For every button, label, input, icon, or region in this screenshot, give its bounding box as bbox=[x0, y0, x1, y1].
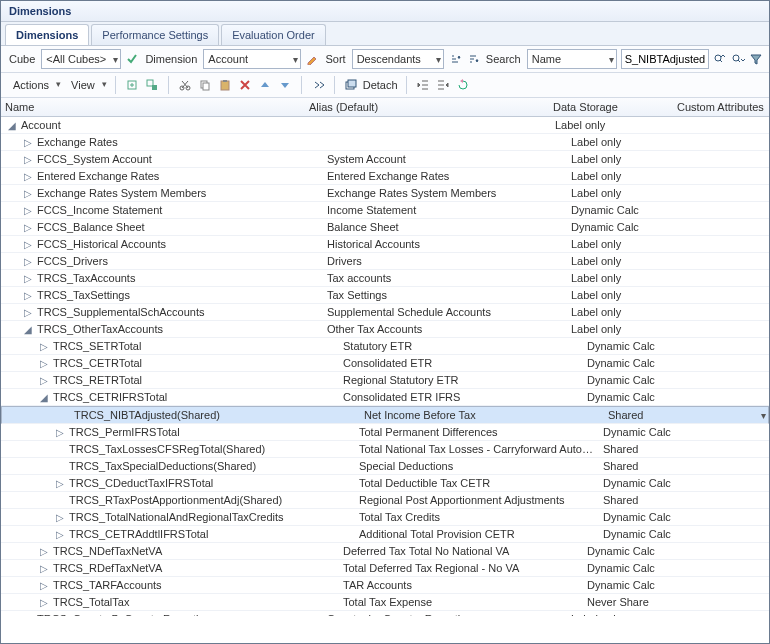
node-name[interactable]: TRCS_TaxSpecialDeductions(Shared) bbox=[69, 460, 256, 472]
tab-performance-settings[interactable]: Performance Settings bbox=[91, 24, 219, 45]
node-name[interactable]: FCCS_Balance Sheet bbox=[37, 221, 145, 233]
expand-toggle-icon[interactable]: ▷ bbox=[23, 256, 33, 267]
add-sibling-icon[interactable] bbox=[124, 77, 140, 93]
node-name[interactable]: TRCS_CETRIFRSTotal bbox=[53, 391, 167, 403]
expand-toggle-icon[interactable]: ▷ bbox=[23, 614, 33, 617]
add-child-icon[interactable] bbox=[144, 77, 160, 93]
filter-icon[interactable] bbox=[749, 51, 763, 67]
node-name[interactable]: TRCS_PermIFRSTotal bbox=[69, 426, 180, 438]
view-menu[interactable]: View bbox=[65, 77, 107, 93]
sort-asc-icon[interactable] bbox=[448, 51, 462, 67]
delete-icon[interactable] bbox=[237, 77, 253, 93]
collapse-toggle-icon[interactable]: ◢ bbox=[23, 324, 33, 335]
tree-row[interactable]: ▷TRCS_TaxSettingsTax SettingsLabel only bbox=[1, 287, 769, 304]
node-name[interactable]: Exchange Rates System Members bbox=[37, 187, 206, 199]
tree-row[interactable]: ▷TRCS_RDefTaxNetVATotal Deferred Tax Reg… bbox=[1, 560, 769, 577]
tree-row[interactable]: ▷TRCS_RETRTotalRegional Statutory ETRDyn… bbox=[1, 372, 769, 389]
tree-row[interactable]: ▷FCCS_Historical AccountsHistorical Acco… bbox=[1, 236, 769, 253]
node-name[interactable]: TRCS_RETRTotal bbox=[53, 374, 142, 386]
tree-row[interactable]: ▷TRCS_TARFAccountsTAR AccountsDynamic Ca… bbox=[1, 577, 769, 594]
dimension-select[interactable]: Account bbox=[203, 49, 301, 69]
tree-row[interactable]: ◢TRCS_OtherTaxAccountsOther Tax Accounts… bbox=[1, 321, 769, 338]
node-name[interactable]: TRCS_OtherTaxAccounts bbox=[37, 323, 163, 335]
node-name[interactable]: FCCS_System Account bbox=[37, 153, 152, 165]
node-name[interactable]: TRCS_TaxSettings bbox=[37, 289, 130, 301]
search-up-icon[interactable] bbox=[713, 51, 727, 67]
expand-toggle-icon[interactable]: ▷ bbox=[39, 358, 49, 369]
node-name[interactable]: TRCS_CDeductTaxIFRSTotal bbox=[69, 477, 213, 489]
tree-row[interactable]: ▷FCCS_System AccountSystem AccountLabel … bbox=[1, 151, 769, 168]
expand-toggle-icon[interactable]: ▷ bbox=[55, 529, 65, 540]
expand-toggle-icon[interactable]: ▷ bbox=[39, 341, 49, 352]
node-name[interactable]: TRCS_CETRAddtlIFRSTotal bbox=[69, 528, 208, 540]
node-name[interactable]: TRCS_CETRTotal bbox=[53, 357, 142, 369]
tree-row[interactable]: ▷Entered Exchange RatesEntered Exchange … bbox=[1, 168, 769, 185]
expand-toggle-icon[interactable]: ▷ bbox=[23, 290, 33, 301]
tab-dimensions[interactable]: Dimensions bbox=[5, 24, 89, 45]
search-field-select[interactable]: Name bbox=[527, 49, 617, 69]
tree-row[interactable]: ▷TRCS_CDeductTaxIFRSTotalTotal Deductibl… bbox=[1, 475, 769, 492]
node-name[interactable]: Exchange Rates bbox=[37, 136, 118, 148]
col-alias[interactable]: Alias (Default) bbox=[305, 101, 549, 113]
detach-icon[interactable] bbox=[343, 77, 359, 93]
copy-icon[interactable] bbox=[197, 77, 213, 93]
col-custom[interactable]: Custom Attributes bbox=[673, 101, 769, 113]
node-name[interactable]: Entered Exchange Rates bbox=[37, 170, 159, 182]
node-name[interactable]: TRCS_RTaxPostApportionmentAdj(Shared) bbox=[69, 494, 282, 506]
cut-icon[interactable] bbox=[177, 77, 193, 93]
node-name[interactable]: FCCS_Drivers bbox=[37, 255, 108, 267]
search-input[interactable] bbox=[621, 49, 709, 69]
node-name[interactable]: TRCS_TaxAccounts bbox=[37, 272, 135, 284]
collapse-icon[interactable] bbox=[257, 77, 273, 93]
expand-toggle-icon[interactable]: ▷ bbox=[39, 375, 49, 386]
expand-toggle-icon[interactable]: ▷ bbox=[55, 427, 65, 438]
tree-row[interactable]: ▷FCCS_DriversDriversLabel only bbox=[1, 253, 769, 270]
tab-evaluation-order[interactable]: Evaluation Order bbox=[221, 24, 326, 45]
expand-toggle-icon[interactable]: ▷ bbox=[39, 580, 49, 591]
search-down-icon[interactable] bbox=[731, 51, 745, 67]
expand-toggle-icon[interactable]: ▷ bbox=[23, 222, 33, 233]
expand-toggle-icon[interactable]: ▷ bbox=[23, 154, 33, 165]
tree-row[interactable]: ▷TRCS_CountryByCountryReportingCountry b… bbox=[1, 611, 769, 616]
cube-go-icon[interactable] bbox=[125, 51, 139, 67]
expand-toggle-icon[interactable]: ▷ bbox=[55, 478, 65, 489]
node-name[interactable]: TRCS_CountryByCountryReporting bbox=[37, 613, 211, 616]
tree-row[interactable]: TRCS_RTaxPostApportionmentAdj(Shared)Reg… bbox=[1, 492, 769, 509]
detach-label[interactable]: Detach bbox=[363, 79, 398, 91]
tree-row[interactable]: ◢TRCS_CETRIFRSTotalConsolidated ETR IFRS… bbox=[1, 389, 769, 406]
node-name[interactable]: FCCS_Income Statement bbox=[37, 204, 162, 216]
expand-toggle-icon[interactable]: ▷ bbox=[23, 188, 33, 199]
node-name[interactable]: TRCS_SETRTotal bbox=[53, 340, 141, 352]
node-name[interactable]: TRCS_TaxLossesCFSRegTotal(Shared) bbox=[69, 443, 265, 455]
more-icon[interactable] bbox=[310, 77, 326, 93]
expand-toggle-icon[interactable]: ▷ bbox=[23, 137, 33, 148]
tree-row[interactable]: ▷TRCS_CETRAddtlIFRSTotalAdditional Total… bbox=[1, 526, 769, 543]
tree-row[interactable]: ▷TRCS_PermIFRSTotalTotal Permanent Diffe… bbox=[1, 424, 769, 441]
tree-row[interactable]: ▷Exchange Rates System MembersExchange R… bbox=[1, 185, 769, 202]
expand-icon[interactable] bbox=[277, 77, 293, 93]
tree-row[interactable]: ▷FCCS_Balance SheetBalance SheetDynamic … bbox=[1, 219, 769, 236]
node-name[interactable]: Account bbox=[21, 119, 61, 131]
tree-row[interactable]: ▷TRCS_SETRTotalStatutory ETRDynamic Calc bbox=[1, 338, 769, 355]
tree-grid[interactable]: Name Alias (Default) Data Storage Custom… bbox=[1, 98, 769, 616]
expand-toggle-icon[interactable]: ▷ bbox=[39, 546, 49, 557]
tree-row[interactable]: ▷TRCS_SupplementalSchAccountsSupplementa… bbox=[1, 304, 769, 321]
expand-toggle-icon[interactable]: ▷ bbox=[55, 512, 65, 523]
node-name[interactable]: TRCS_TARFAccounts bbox=[53, 579, 162, 591]
node-name[interactable]: TRCS_SupplementalSchAccounts bbox=[37, 306, 205, 318]
collapse-toggle-icon[interactable]: ◢ bbox=[7, 120, 17, 131]
tree-row[interactable]: TRCS_TaxSpecialDeductions(Shared)Special… bbox=[1, 458, 769, 475]
col-storage[interactable]: Data Storage bbox=[549, 101, 673, 113]
cube-select[interactable]: <All Cubes> bbox=[41, 49, 121, 69]
node-name[interactable]: TRCS_NIBTAdjusted(Shared) bbox=[74, 409, 220, 421]
tree-row[interactable]: ▷TRCS_TotalNationalAndRegionalTaxCredits… bbox=[1, 509, 769, 526]
refresh-icon[interactable] bbox=[455, 77, 471, 93]
indent-icon[interactable] bbox=[435, 77, 451, 93]
sort-desc-icon[interactable] bbox=[466, 51, 480, 67]
expand-toggle-icon[interactable]: ▷ bbox=[23, 205, 33, 216]
tree-row[interactable]: ▷TRCS_TaxAccountsTax accountsLabel only bbox=[1, 270, 769, 287]
tree-row[interactable]: ▷Exchange RatesLabel only bbox=[1, 134, 769, 151]
collapse-toggle-icon[interactable]: ◢ bbox=[39, 392, 49, 403]
expand-toggle-icon[interactable]: ▷ bbox=[39, 597, 49, 608]
expand-toggle-icon[interactable]: ▷ bbox=[23, 307, 33, 318]
